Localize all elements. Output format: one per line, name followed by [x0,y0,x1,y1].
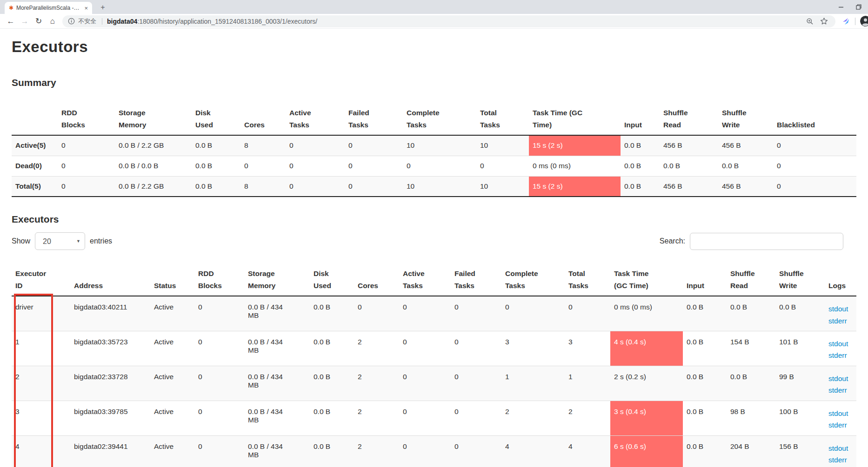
omnibox-actions [802,17,832,25]
exec-header-logs[interactable]: Logs [825,266,856,296]
url-path: :18080/history/application_1591240813186… [137,18,317,25]
exec-cell-failed-tasks: 0 [451,296,501,331]
toolbar-divider [855,18,855,25]
summary-cell: 0 ms (0 ms) [529,156,621,176]
url-text[interactable]: bigdata04:18080/history/application_1591… [107,18,802,25]
exec-cell-status: Active [150,401,194,435]
exec-header-task-time[interactable]: Task Time (GC Time) [610,266,683,296]
stdout-link[interactable]: stdout [828,373,853,385]
new-tab-button[interactable]: + [98,3,108,12]
reload-icon[interactable]: ↻ [32,17,46,25]
summary-cell: 15 s (2 s) [529,176,621,197]
home-icon[interactable]: ⌂ [46,17,60,25]
exec-cell-task-time: 6 s (0.6 s) [610,435,683,467]
exec-cell-total-tasks: 0 [565,296,610,331]
stdout-link[interactable]: stdout [828,442,853,454]
exec-cell-input: 0.0 B [683,331,727,366]
exec-header-shuffle-read[interactable]: Shuffle Read [727,266,775,296]
exec-cell-rdd-blocks: 0 [194,296,244,331]
stdout-link[interactable]: stdout [828,338,853,350]
extension-icon[interactable] [842,17,850,26]
summary-cell: 0.0 B / 0.0 B [115,156,192,176]
exec-cell-id: 3 [12,401,70,435]
entries-select-wrap: 20 ▼ [35,232,85,250]
summary-cell: 456 B [660,135,718,156]
summary-header-task-time: Task Time (GC Time) [529,105,621,135]
summary-header-shuffle-read: Shuffle Read [660,105,718,135]
stdout-link[interactable]: stdout [828,303,853,315]
summary-cell: 0 [345,176,403,197]
exec-cell-active-tasks: 0 [399,435,451,467]
site-info-icon[interactable] [68,18,75,25]
exec-cell-id: driver [12,296,70,331]
exec-header-storage-memory[interactable]: Storage Memory [244,266,310,296]
summary-header-cores: Cores [240,105,286,135]
exec-cell-storage-memory: 0.0 B / 434 MB [244,331,310,366]
bookmark-star-icon[interactable] [820,17,828,25]
entries-select[interactable]: 20 [35,232,85,250]
summary-cell: 8 [240,176,286,197]
exec-header-rdd-blocks[interactable]: RDD Blocks [194,266,244,296]
exec-cell-complete-tasks: 0 [501,296,565,331]
exec-cell-failed-tasks: 0 [451,435,501,467]
forward-icon[interactable]: → [18,17,32,25]
summary-cell: 15 s (2 s) [529,135,621,156]
stderr-link[interactable]: stderr [828,349,853,362]
search-input[interactable] [690,233,843,250]
stderr-link[interactable]: stderr [828,384,853,396]
exec-cell-shuffle-write: 0.0 B [775,296,825,331]
browser-navbar: ← → ↻ ⌂ 不安全 bigdata04:18080/history/appl… [0,14,868,29]
summary-cell: 0.0 B [660,156,718,176]
exec-header-executor-id[interactable]: Executor ID [12,266,70,296]
address-bar[interactable]: 不安全 bigdata04:18080/history/application_… [62,15,835,27]
tab-close-icon[interactable]: × [83,5,89,12]
browser-tab[interactable]: ✱ MoreParallelismScala - Execut × [5,2,92,14]
exec-cell-logs: stdoutstderr [825,331,856,366]
restore-icon[interactable] [856,4,861,10]
exec-cell-cores: 2 [354,435,399,467]
exec-header-total-tasks[interactable]: Total Tasks [565,266,610,296]
stderr-link[interactable]: stderr [828,315,853,327]
exec-header-complete-tasks[interactable]: Complete Tasks [501,266,565,296]
security-label: 不安全 [78,17,96,26]
exec-header-address[interactable]: Address [70,266,150,296]
exec-cell-input: 0.0 B [683,366,727,401]
executors-table: Executor ID Address Status RDD Blocks St… [12,266,856,467]
summary-cell: 0 [345,135,403,156]
exec-cell-failed-tasks: 0 [451,366,501,401]
exec-cell-rdd-blocks: 0 [194,331,244,366]
summary-cell: 0 [286,176,345,197]
profile-avatar[interactable] [860,16,868,26]
datatable-controls: Show 20 ▼ entries Search: [12,232,856,250]
summary-cell: 456 B [660,176,718,197]
stdout-link[interactable]: stdout [828,408,853,420]
exec-header-input[interactable]: Input [683,266,727,296]
exec-cell-active-tasks: 0 [399,366,451,401]
back-icon[interactable]: ← [4,17,18,25]
exec-cell-total-tasks: 2 [565,401,610,435]
exec-header-status[interactable]: Status [150,266,194,296]
exec-cell-id: 2 [12,366,70,401]
search-group: Search: [660,233,856,250]
summary-header-blacklisted: Blacklisted [773,105,856,135]
executor-row-4: 4bigdata02:39441Active00.0 B / 434 MB0.0… [12,435,856,467]
exec-cell-logs: stdoutstderr [825,296,856,331]
exec-header-shuffle-write[interactable]: Shuffle Write [775,266,825,296]
zoom-icon[interactable] [806,18,814,25]
exec-cell-status: Active [150,435,194,467]
exec-header-cores[interactable]: Cores [354,266,399,296]
exec-header-failed-tasks[interactable]: Failed Tasks [451,266,501,296]
exec-cell-active-tasks: 0 [399,296,451,331]
summary-header-active-tasks: Active Tasks [286,105,345,135]
stderr-link[interactable]: stderr [828,419,853,431]
minimize-icon[interactable] [838,4,844,10]
exec-cell-input: 0.0 B [683,401,727,435]
stderr-link[interactable]: stderr [828,454,853,466]
exec-header-disk-used[interactable]: Disk Used [310,266,354,296]
summary-row-label: Total(5) [12,176,58,197]
exec-cell-task-time: 3 s (0.4 s) [610,401,683,435]
exec-cell-cores: 2 [354,366,399,401]
summary-cell: 8 [240,135,286,156]
exec-header-active-tasks[interactable]: Active Tasks [399,266,451,296]
exec-cell-rdd-blocks: 0 [194,401,244,435]
